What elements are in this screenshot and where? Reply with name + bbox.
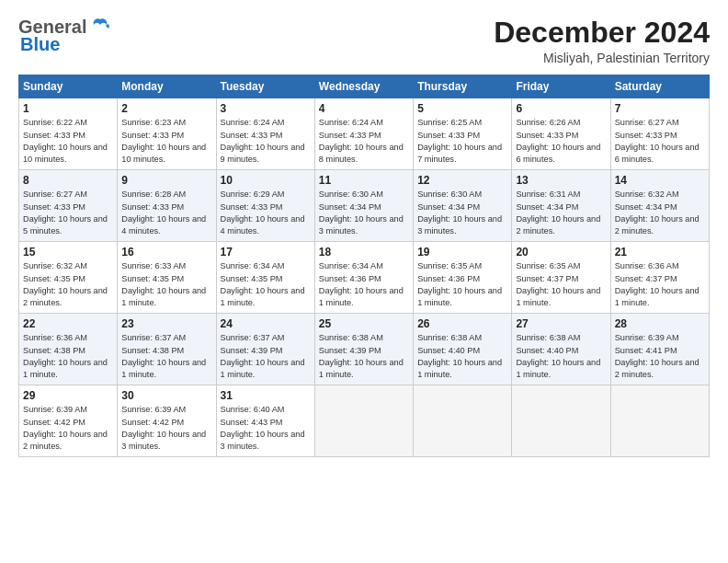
col-header-sunday: Sunday (19, 75, 118, 98)
day-number: 14 (615, 174, 705, 187)
day-info: Sunrise: 6:33 AMSunset: 4:35 PMDaylight:… (121, 261, 206, 307)
day-info: Sunrise: 6:23 AMSunset: 4:33 PMDaylight:… (121, 118, 206, 164)
location: Misliyah, Palestinian Territory (494, 51, 710, 65)
day-number: 16 (121, 246, 211, 259)
day-number: 29 (23, 389, 113, 402)
day-info: Sunrise: 6:38 AMSunset: 4:40 PMDaylight:… (516, 333, 600, 379)
day-number: 3 (221, 102, 311, 115)
day-info: Sunrise: 6:32 AMSunset: 4:35 PMDaylight:… (23, 261, 108, 307)
day-info: Sunrise: 6:24 AMSunset: 4:33 PMDaylight:… (221, 118, 305, 164)
day-number: 13 (516, 174, 606, 187)
day-number: 12 (417, 174, 507, 187)
day-info: Sunrise: 6:36 AMSunset: 4:38 PMDaylight:… (23, 333, 108, 379)
day-info: Sunrise: 6:37 AMSunset: 4:38 PMDaylight:… (121, 333, 206, 379)
day-number: 6 (516, 102, 606, 115)
col-header-saturday: Saturday (610, 75, 709, 98)
title-block: December 2024 Misliyah, Palestinian Terr… (494, 17, 710, 65)
day-cell: 24Sunrise: 6:37 AMSunset: 4:39 PMDayligh… (216, 314, 314, 385)
day-info: Sunrise: 6:36 AMSunset: 4:37 PMDaylight:… (615, 261, 700, 307)
day-cell: 6Sunrise: 6:26 AMSunset: 4:33 PMDaylight… (512, 98, 610, 170)
day-cell: 25Sunrise: 6:38 AMSunset: 4:39 PMDayligh… (314, 314, 413, 385)
day-number: 9 (121, 174, 211, 187)
day-info: Sunrise: 6:27 AMSunset: 4:33 PMDaylight:… (23, 190, 108, 236)
day-cell (610, 385, 709, 457)
day-cell: 27Sunrise: 6:38 AMSunset: 4:40 PMDayligh… (512, 314, 610, 385)
day-info: Sunrise: 6:35 AMSunset: 4:37 PMDaylight:… (516, 261, 600, 307)
day-info: Sunrise: 6:25 AMSunset: 4:33 PMDaylight:… (417, 118, 502, 164)
day-cell: 10Sunrise: 6:29 AMSunset: 4:33 PMDayligh… (216, 170, 314, 242)
day-cell: 28Sunrise: 6:39 AMSunset: 4:41 PMDayligh… (610, 314, 709, 385)
day-number: 15 (23, 246, 113, 259)
day-cell: 26Sunrise: 6:38 AMSunset: 4:40 PMDayligh… (414, 314, 512, 385)
header-row: SundayMondayTuesdayWednesdayThursdayFrid… (19, 75, 710, 98)
day-number: 18 (319, 246, 409, 259)
day-cell: 18Sunrise: 6:34 AMSunset: 4:36 PMDayligh… (314, 242, 413, 314)
day-number: 17 (221, 246, 311, 259)
day-info: Sunrise: 6:34 AMSunset: 4:36 PMDaylight:… (319, 261, 404, 307)
logo: General Blue (18, 17, 110, 55)
day-cell (512, 385, 610, 457)
day-cell: 17Sunrise: 6:34 AMSunset: 4:35 PMDayligh… (216, 242, 314, 314)
day-number: 10 (221, 174, 311, 187)
day-number: 21 (615, 246, 705, 259)
day-number: 25 (319, 317, 409, 330)
day-number: 19 (417, 246, 507, 259)
month-title: December 2024 (494, 17, 710, 49)
day-info: Sunrise: 6:26 AMSunset: 4:33 PMDaylight:… (516, 118, 600, 164)
day-number: 26 (417, 317, 507, 330)
day-cell: 8Sunrise: 6:27 AMSunset: 4:33 PMDaylight… (19, 170, 118, 242)
day-cell: 20Sunrise: 6:35 AMSunset: 4:37 PMDayligh… (512, 242, 610, 314)
day-cell: 31Sunrise: 6:40 AMSunset: 4:43 PMDayligh… (216, 385, 314, 457)
day-cell: 23Sunrise: 6:37 AMSunset: 4:38 PMDayligh… (118, 314, 216, 385)
day-cell: 21Sunrise: 6:36 AMSunset: 4:37 PMDayligh… (610, 242, 709, 314)
day-cell: 22Sunrise: 6:36 AMSunset: 4:38 PMDayligh… (19, 314, 118, 385)
day-info: Sunrise: 6:34 AMSunset: 4:35 PMDaylight:… (221, 261, 305, 307)
day-info: Sunrise: 6:30 AMSunset: 4:34 PMDaylight:… (417, 190, 502, 236)
col-header-wednesday: Wednesday (314, 75, 413, 98)
calendar-table: SundayMondayTuesdayWednesdayThursdayFrid… (18, 75, 710, 457)
day-cell: 2Sunrise: 6:23 AMSunset: 4:33 PMDaylight… (118, 98, 216, 170)
day-cell (314, 385, 413, 457)
day-number: 20 (516, 246, 606, 259)
day-number: 22 (23, 317, 113, 330)
day-info: Sunrise: 6:24 AMSunset: 4:33 PMDaylight:… (319, 118, 404, 164)
day-number: 1 (23, 102, 113, 115)
day-cell: 29Sunrise: 6:39 AMSunset: 4:42 PMDayligh… (19, 385, 118, 457)
day-cell: 19Sunrise: 6:35 AMSunset: 4:36 PMDayligh… (414, 242, 512, 314)
logo-bird-icon (90, 17, 110, 36)
day-cell: 12Sunrise: 6:30 AMSunset: 4:34 PMDayligh… (414, 170, 512, 242)
day-number: 7 (615, 102, 705, 115)
day-cell: 9Sunrise: 6:28 AMSunset: 4:33 PMDaylight… (118, 170, 216, 242)
day-number: 23 (121, 317, 211, 330)
col-header-thursday: Thursday (414, 75, 512, 98)
day-info: Sunrise: 6:29 AMSunset: 4:33 PMDaylight:… (221, 190, 305, 236)
day-number: 27 (516, 317, 606, 330)
day-info: Sunrise: 6:35 AMSunset: 4:36 PMDaylight:… (417, 261, 502, 307)
week-row-5: 29Sunrise: 6:39 AMSunset: 4:42 PMDayligh… (19, 385, 710, 457)
day-cell (414, 385, 512, 457)
day-number: 24 (221, 317, 311, 330)
day-cell: 16Sunrise: 6:33 AMSunset: 4:35 PMDayligh… (118, 242, 216, 314)
day-info: Sunrise: 6:39 AMSunset: 4:42 PMDaylight:… (23, 405, 108, 451)
day-number: 11 (319, 174, 409, 187)
day-info: Sunrise: 6:22 AMSunset: 4:33 PMDaylight:… (23, 118, 108, 164)
calendar-page: General Blue December 2024 Misliyah, Pal… (0, 0, 728, 563)
logo-blue-text: Blue (20, 34, 60, 55)
day-info: Sunrise: 6:27 AMSunset: 4:33 PMDaylight:… (615, 118, 700, 164)
day-cell: 13Sunrise: 6:31 AMSunset: 4:34 PMDayligh… (512, 170, 610, 242)
day-cell: 4Sunrise: 6:24 AMSunset: 4:33 PMDaylight… (314, 98, 413, 170)
day-info: Sunrise: 6:39 AMSunset: 4:42 PMDaylight:… (121, 405, 206, 451)
col-header-tuesday: Tuesday (216, 75, 314, 98)
week-row-4: 22Sunrise: 6:36 AMSunset: 4:38 PMDayligh… (19, 314, 710, 385)
day-cell: 15Sunrise: 6:32 AMSunset: 4:35 PMDayligh… (19, 242, 118, 314)
day-number: 2 (121, 102, 211, 115)
week-row-2: 8Sunrise: 6:27 AMSunset: 4:33 PMDaylight… (19, 170, 710, 242)
day-number: 31 (221, 389, 311, 402)
day-cell: 1Sunrise: 6:22 AMSunset: 4:33 PMDaylight… (19, 98, 118, 170)
col-header-friday: Friday (512, 75, 610, 98)
day-info: Sunrise: 6:30 AMSunset: 4:34 PMDaylight:… (319, 190, 404, 236)
header: General Blue December 2024 Misliyah, Pal… (18, 17, 710, 65)
week-row-3: 15Sunrise: 6:32 AMSunset: 4:35 PMDayligh… (19, 242, 710, 314)
week-row-1: 1Sunrise: 6:22 AMSunset: 4:33 PMDaylight… (19, 98, 710, 170)
day-info: Sunrise: 6:38 AMSunset: 4:39 PMDaylight:… (319, 333, 404, 379)
